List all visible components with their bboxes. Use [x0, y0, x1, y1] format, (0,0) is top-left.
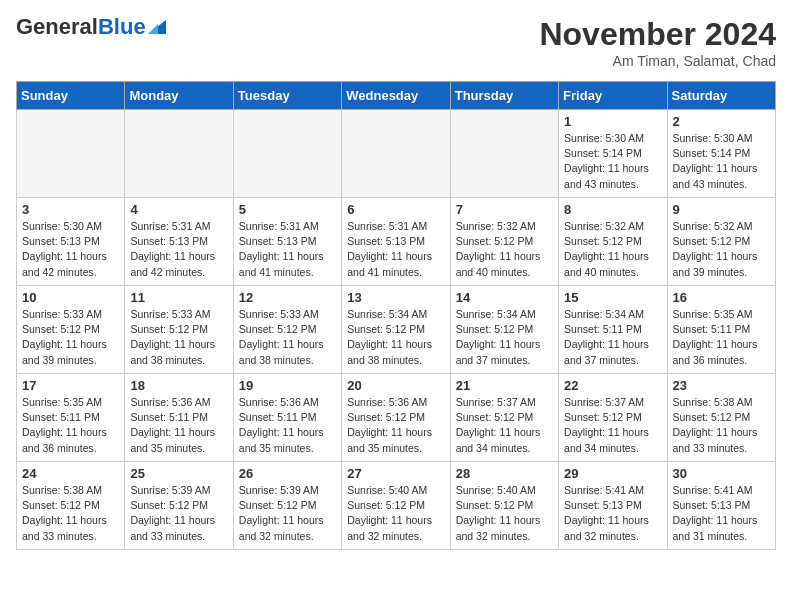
day-number: 4 — [130, 202, 227, 217]
day-info: Sunrise: 5:33 AM Sunset: 5:12 PM Dayligh… — [130, 307, 227, 368]
day-number: 22 — [564, 378, 661, 393]
day-info: Sunrise: 5:38 AM Sunset: 5:12 PM Dayligh… — [673, 395, 770, 456]
calendar-table: SundayMondayTuesdayWednesdayThursdayFrid… — [16, 81, 776, 550]
day-info: Sunrise: 5:39 AM Sunset: 5:12 PM Dayligh… — [130, 483, 227, 544]
day-info: Sunrise: 5:41 AM Sunset: 5:13 PM Dayligh… — [673, 483, 770, 544]
calendar-cell: 26Sunrise: 5:39 AM Sunset: 5:12 PM Dayli… — [233, 462, 341, 550]
day-number: 2 — [673, 114, 770, 129]
day-info: Sunrise: 5:34 AM Sunset: 5:12 PM Dayligh… — [347, 307, 444, 368]
calendar-cell — [342, 110, 450, 198]
day-info: Sunrise: 5:31 AM Sunset: 5:13 PM Dayligh… — [239, 219, 336, 280]
day-info: Sunrise: 5:30 AM Sunset: 5:13 PM Dayligh… — [22, 219, 119, 280]
day-info: Sunrise: 5:35 AM Sunset: 5:11 PM Dayligh… — [22, 395, 119, 456]
day-number: 28 — [456, 466, 553, 481]
calendar-cell — [233, 110, 341, 198]
logo-blue: Blue — [98, 14, 146, 39]
calendar-cell: 20Sunrise: 5:36 AM Sunset: 5:12 PM Dayli… — [342, 374, 450, 462]
page-header: GeneralBlue November 2024 Am Timan, Sala… — [16, 16, 776, 69]
day-info: Sunrise: 5:36 AM Sunset: 5:12 PM Dayligh… — [347, 395, 444, 456]
day-info: Sunrise: 5:32 AM Sunset: 5:12 PM Dayligh… — [673, 219, 770, 280]
calendar-cell: 1Sunrise: 5:30 AM Sunset: 5:14 PM Daylig… — [559, 110, 667, 198]
location: Am Timan, Salamat, Chad — [539, 53, 776, 69]
weekday-header-monday: Monday — [125, 82, 233, 110]
day-number: 7 — [456, 202, 553, 217]
day-info: Sunrise: 5:32 AM Sunset: 5:12 PM Dayligh… — [564, 219, 661, 280]
calendar-cell: 16Sunrise: 5:35 AM Sunset: 5:11 PM Dayli… — [667, 286, 775, 374]
weekday-header-row: SundayMondayTuesdayWednesdayThursdayFrid… — [17, 82, 776, 110]
day-number: 3 — [22, 202, 119, 217]
calendar-cell: 3Sunrise: 5:30 AM Sunset: 5:13 PM Daylig… — [17, 198, 125, 286]
day-number: 19 — [239, 378, 336, 393]
weekday-header-wednesday: Wednesday — [342, 82, 450, 110]
day-number: 27 — [347, 466, 444, 481]
week-row-2: 10Sunrise: 5:33 AM Sunset: 5:12 PM Dayli… — [17, 286, 776, 374]
day-number: 13 — [347, 290, 444, 305]
calendar-cell — [450, 110, 558, 198]
week-row-1: 3Sunrise: 5:30 AM Sunset: 5:13 PM Daylig… — [17, 198, 776, 286]
calendar-cell: 24Sunrise: 5:38 AM Sunset: 5:12 PM Dayli… — [17, 462, 125, 550]
day-info: Sunrise: 5:33 AM Sunset: 5:12 PM Dayligh… — [239, 307, 336, 368]
day-info: Sunrise: 5:35 AM Sunset: 5:11 PM Dayligh… — [673, 307, 770, 368]
day-info: Sunrise: 5:37 AM Sunset: 5:12 PM Dayligh… — [564, 395, 661, 456]
day-number: 18 — [130, 378, 227, 393]
svg-marker-1 — [148, 24, 158, 34]
calendar-cell: 22Sunrise: 5:37 AM Sunset: 5:12 PM Dayli… — [559, 374, 667, 462]
weekday-header-thursday: Thursday — [450, 82, 558, 110]
calendar-cell — [17, 110, 125, 198]
calendar-cell: 23Sunrise: 5:38 AM Sunset: 5:12 PM Dayli… — [667, 374, 775, 462]
day-info: Sunrise: 5:37 AM Sunset: 5:12 PM Dayligh… — [456, 395, 553, 456]
title-block: November 2024 Am Timan, Salamat, Chad — [539, 16, 776, 69]
day-number: 26 — [239, 466, 336, 481]
day-info: Sunrise: 5:40 AM Sunset: 5:12 PM Dayligh… — [456, 483, 553, 544]
day-number: 11 — [130, 290, 227, 305]
logo-text: GeneralBlue — [16, 16, 146, 38]
day-number: 17 — [22, 378, 119, 393]
calendar-cell: 14Sunrise: 5:34 AM Sunset: 5:12 PM Dayli… — [450, 286, 558, 374]
day-number: 25 — [130, 466, 227, 481]
calendar-cell: 12Sunrise: 5:33 AM Sunset: 5:12 PM Dayli… — [233, 286, 341, 374]
calendar-cell: 29Sunrise: 5:41 AM Sunset: 5:13 PM Dayli… — [559, 462, 667, 550]
day-info: Sunrise: 5:31 AM Sunset: 5:13 PM Dayligh… — [347, 219, 444, 280]
calendar-cell: 8Sunrise: 5:32 AM Sunset: 5:12 PM Daylig… — [559, 198, 667, 286]
day-number: 8 — [564, 202, 661, 217]
day-info: Sunrise: 5:36 AM Sunset: 5:11 PM Dayligh… — [130, 395, 227, 456]
day-number: 30 — [673, 466, 770, 481]
calendar-cell: 6Sunrise: 5:31 AM Sunset: 5:13 PM Daylig… — [342, 198, 450, 286]
day-info: Sunrise: 5:40 AM Sunset: 5:12 PM Dayligh… — [347, 483, 444, 544]
day-number: 15 — [564, 290, 661, 305]
month-title: November 2024 — [539, 16, 776, 53]
day-info: Sunrise: 5:31 AM Sunset: 5:13 PM Dayligh… — [130, 219, 227, 280]
day-info: Sunrise: 5:30 AM Sunset: 5:14 PM Dayligh… — [564, 131, 661, 192]
day-number: 6 — [347, 202, 444, 217]
day-info: Sunrise: 5:41 AM Sunset: 5:13 PM Dayligh… — [564, 483, 661, 544]
calendar-cell: 15Sunrise: 5:34 AM Sunset: 5:11 PM Dayli… — [559, 286, 667, 374]
logo-general: General — [16, 14, 98, 39]
calendar-cell: 27Sunrise: 5:40 AM Sunset: 5:12 PM Dayli… — [342, 462, 450, 550]
day-info: Sunrise: 5:32 AM Sunset: 5:12 PM Dayligh… — [456, 219, 553, 280]
week-row-4: 24Sunrise: 5:38 AM Sunset: 5:12 PM Dayli… — [17, 462, 776, 550]
calendar-cell: 21Sunrise: 5:37 AM Sunset: 5:12 PM Dayli… — [450, 374, 558, 462]
calendar-body: 1Sunrise: 5:30 AM Sunset: 5:14 PM Daylig… — [17, 110, 776, 550]
day-number: 10 — [22, 290, 119, 305]
day-info: Sunrise: 5:34 AM Sunset: 5:12 PM Dayligh… — [456, 307, 553, 368]
day-number: 14 — [456, 290, 553, 305]
day-number: 29 — [564, 466, 661, 481]
calendar-cell — [125, 110, 233, 198]
day-number: 20 — [347, 378, 444, 393]
logo-icon — [148, 20, 166, 34]
day-info: Sunrise: 5:30 AM Sunset: 5:14 PM Dayligh… — [673, 131, 770, 192]
calendar-cell: 13Sunrise: 5:34 AM Sunset: 5:12 PM Dayli… — [342, 286, 450, 374]
calendar-cell: 10Sunrise: 5:33 AM Sunset: 5:12 PM Dayli… — [17, 286, 125, 374]
calendar-cell: 25Sunrise: 5:39 AM Sunset: 5:12 PM Dayli… — [125, 462, 233, 550]
calendar-cell: 2Sunrise: 5:30 AM Sunset: 5:14 PM Daylig… — [667, 110, 775, 198]
day-number: 5 — [239, 202, 336, 217]
week-row-3: 17Sunrise: 5:35 AM Sunset: 5:11 PM Dayli… — [17, 374, 776, 462]
day-info: Sunrise: 5:34 AM Sunset: 5:11 PM Dayligh… — [564, 307, 661, 368]
calendar-cell: 18Sunrise: 5:36 AM Sunset: 5:11 PM Dayli… — [125, 374, 233, 462]
weekday-header-sunday: Sunday — [17, 82, 125, 110]
week-row-0: 1Sunrise: 5:30 AM Sunset: 5:14 PM Daylig… — [17, 110, 776, 198]
weekday-header-saturday: Saturday — [667, 82, 775, 110]
calendar-cell: 4Sunrise: 5:31 AM Sunset: 5:13 PM Daylig… — [125, 198, 233, 286]
calendar-header: SundayMondayTuesdayWednesdayThursdayFrid… — [17, 82, 776, 110]
calendar-cell: 28Sunrise: 5:40 AM Sunset: 5:12 PM Dayli… — [450, 462, 558, 550]
